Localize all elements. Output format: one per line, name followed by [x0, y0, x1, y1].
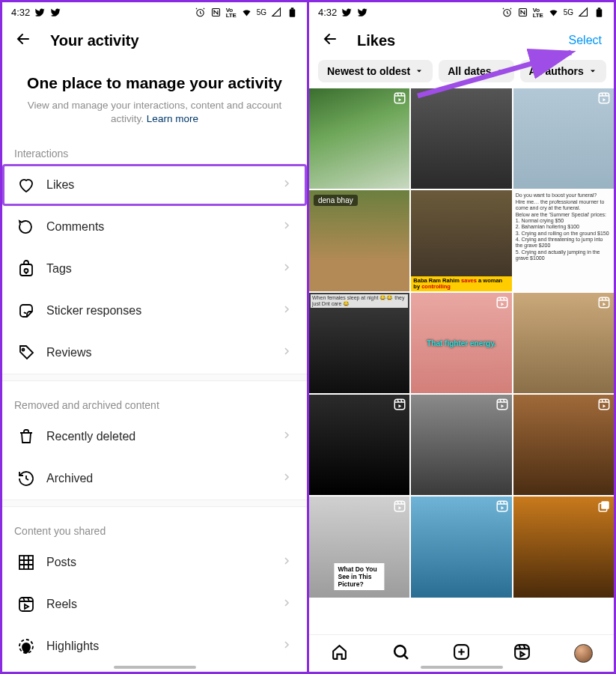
tag-icon [16, 260, 36, 278]
nav-reels[interactable] [513, 643, 531, 664]
chevron-right-icon [281, 303, 293, 318]
chip-authors[interactable]: All authors [520, 60, 606, 82]
nav-profile[interactable] [574, 644, 593, 663]
svg-rect-11 [597, 9, 603, 17]
svg-rect-12 [598, 7, 601, 9]
grid-tile[interactable]: Do you want to boost your funeral? Hire … [513, 190, 614, 291]
reel-badge-icon [597, 296, 611, 312]
avatar [574, 644, 593, 663]
volte-icon: VoLTE [226, 7, 237, 18]
grid-tile[interactable] [411, 88, 511, 189]
grid-tile[interactable]: Baba Ram Rahim saves a woman by controll… [411, 190, 511, 291]
status-bar: 4:32 VoLTE 5G [309, 2, 614, 19]
chevron-right-icon [281, 471, 293, 486]
volte-icon: VoLTE [533, 7, 543, 18]
battery-icon [287, 7, 298, 18]
signal-icon [271, 7, 282, 18]
trash-icon [16, 428, 36, 446]
reel-badge-icon [597, 91, 611, 108]
row-reels[interactable]: Reels [2, 583, 307, 625]
pricetag-icon [16, 344, 36, 362]
chevron-down-icon [415, 67, 424, 76]
svg-rect-7 [19, 598, 33, 611]
nav-home[interactable] [330, 643, 349, 664]
tile-caption: When females sleep at night 😂😂 they just… [311, 294, 408, 308]
svg-rect-19 [599, 399, 609, 410]
reel-badge-icon [597, 398, 611, 414]
status-bar: 4:32 VoLTE 5G [2, 2, 307, 19]
battery-icon [594, 7, 605, 18]
chevron-right-icon [281, 555, 293, 570]
row-highlights[interactable]: Highlights [2, 625, 307, 667]
header: Likes Select [309, 19, 614, 60]
row-label: Reviews [46, 346, 281, 359]
chevron-right-icon [281, 219, 293, 234]
sticker-icon [16, 302, 36, 320]
grid-tile[interactable]: dena bhay [309, 190, 409, 291]
grid-tile[interactable]: When females sleep at night 😂😂 they just… [309, 293, 409, 393]
svg-rect-26 [515, 645, 529, 659]
row-label: Sticker responses [46, 304, 281, 318]
heart-icon [16, 176, 36, 194]
status-time: 4:32 [318, 7, 337, 18]
network-label: 5G [564, 8, 573, 16]
grid-tile[interactable] [513, 88, 614, 189]
svg-rect-15 [497, 297, 507, 308]
chip-sort[interactable]: Newest to oldest [318, 60, 433, 82]
reels-icon [16, 595, 36, 613]
wifi-icon [548, 7, 559, 18]
home-indicator [114, 666, 196, 669]
row-reviews[interactable]: Reviews [2, 332, 307, 374]
row-recently-deleted[interactable]: Recently deleted [2, 416, 307, 458]
alarm-icon [195, 7, 206, 18]
signal-icon [578, 7, 589, 18]
reel-badge-icon [393, 91, 406, 108]
chevron-down-icon [588, 67, 597, 76]
reel-badge-icon [495, 500, 509, 516]
row-label: Reels [46, 598, 281, 611]
row-comments[interactable]: Comments [2, 206, 307, 248]
likes-grid[interactable]: dena bhayBaba Ram Rahim saves a woman by… [309, 88, 614, 672]
back-button[interactable] [321, 30, 339, 51]
grid-tile[interactable] [513, 395, 614, 495]
section-gap [2, 374, 307, 381]
reel-badge-icon [495, 296, 509, 312]
chevron-right-icon [281, 261, 293, 276]
row-label: Highlights [46, 640, 281, 653]
hero-subtitle: View and manage your interactions, conte… [25, 99, 284, 126]
grid-tile[interactable]: What Do You See in This Picture? [309, 497, 409, 597]
row-posts[interactable]: Posts [2, 541, 307, 583]
page-title: Likes [357, 32, 569, 49]
chip-dates[interactable]: All dates [439, 60, 513, 82]
row-archived[interactable]: Archived [2, 458, 307, 500]
svg-rect-20 [395, 502, 406, 512]
screen-likes: 4:32 VoLTE 5G Likes Select Newest to [309, 2, 614, 672]
tile-caption: What Do You See in This Picture? [335, 563, 385, 590]
screen-your-activity: 4:32 VoLTE 5G Your activity One place to… [2, 2, 307, 672]
twitter-icon [341, 7, 353, 18]
nav-create[interactable] [452, 643, 471, 664]
select-button[interactable]: Select [569, 34, 602, 47]
chevron-right-icon [281, 429, 293, 444]
alarm-icon [501, 7, 513, 18]
section-interactions-label: Interactions [2, 130, 307, 164]
nav-search[interactable] [391, 643, 410, 664]
history-icon [16, 470, 36, 488]
grid-tile[interactable] [411, 497, 511, 597]
row-stickers[interactable]: Sticker responses [2, 290, 307, 332]
grid-tile[interactable] [309, 88, 409, 189]
back-button[interactable] [14, 30, 32, 51]
learn-more-link[interactable]: Learn more [147, 113, 198, 124]
row-tags[interactable]: Tags [2, 248, 307, 290]
grid-tile[interactable] [513, 293, 614, 393]
twitter-icon [34, 7, 46, 18]
section-gap [2, 500, 307, 507]
svg-rect-13 [395, 93, 406, 103]
row-likes[interactable]: Likes [2, 164, 307, 206]
grid-tile[interactable]: That fighter energy. [411, 293, 511, 393]
reel-badge-icon [495, 398, 509, 414]
row-label: Recently deleted [46, 430, 281, 443]
grid-tile[interactable] [513, 497, 614, 597]
grid-tile[interactable] [411, 395, 511, 495]
grid-tile[interactable] [309, 395, 409, 495]
